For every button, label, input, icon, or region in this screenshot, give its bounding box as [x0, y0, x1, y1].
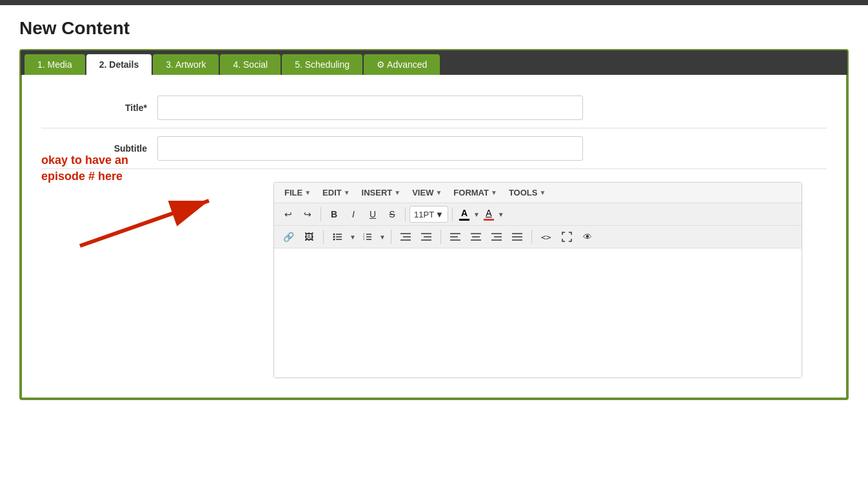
- tools-arrow-icon: ▼: [539, 189, 546, 196]
- tab-advanced[interactable]: ⚙ Advanced: [364, 54, 440, 75]
- toolbar-divider-7: [531, 230, 532, 244]
- svg-point-6: [333, 236, 335, 238]
- editor-label-spacer: [41, 176, 157, 378]
- editor-toolbar-2: 🔗 🖼 ▼ 123 ▼: [274, 226, 802, 248]
- svg-text:3: 3: [363, 237, 365, 241]
- unordered-list-button[interactable]: [329, 228, 347, 245]
- toolbar-divider-5: [391, 230, 391, 244]
- font-bg-color-arrow-icon[interactable]: ▼: [498, 211, 504, 218]
- outdent-button[interactable]: [397, 228, 415, 245]
- tabs-wrapper: 1. Media 2. Details 3. Artwork 4. Social…: [19, 49, 849, 400]
- page-container: New Content 1. Media 2. Details 3. Artwo…: [0, 5, 868, 413]
- editor-body[interactable]: [274, 248, 802, 378]
- align-left-button[interactable]: [446, 228, 464, 245]
- tab-social[interactable]: 4. Social: [220, 54, 281, 75]
- edit-arrow-icon: ▼: [344, 189, 350, 196]
- undo-button[interactable]: ↩: [279, 206, 297, 223]
- title-row: Title*: [41, 88, 827, 128]
- font-bg-color-indicator: [484, 219, 494, 221]
- strikethrough-button[interactable]: S: [383, 206, 401, 223]
- tab-media[interactable]: 1. Media: [25, 54, 85, 75]
- content-area: okay to have an episode # here Title*: [21, 75, 847, 399]
- menu-edit[interactable]: EDIT ▼: [317, 185, 355, 200]
- view-arrow-icon: ▼: [435, 189, 442, 196]
- justify-button[interactable]: [508, 228, 526, 245]
- preview-button[interactable]: 👁: [578, 228, 597, 245]
- indent-button[interactable]: [417, 228, 435, 245]
- toolbar-divider-2: [405, 207, 406, 221]
- subtitle-input[interactable]: [157, 136, 583, 161]
- redo-button[interactable]: ↪: [299, 206, 317, 223]
- link-button[interactable]: 🔗: [279, 228, 297, 245]
- annotation-text: okay to have an episode # here: [41, 152, 170, 185]
- menu-file[interactable]: FILE ▼: [279, 185, 316, 200]
- editor-row: FILE ▼ EDIT ▼ INSERT ▼ VIEW: [41, 176, 827, 378]
- source-code-button[interactable]: <>: [537, 228, 555, 245]
- menu-view[interactable]: VIEW ▼: [407, 185, 447, 200]
- editor-menubar: FILE ▼ EDIT ▼ INSERT ▼ VIEW: [274, 183, 802, 203]
- tabs-bar: 1. Media 2. Details 3. Artwork 4. Social…: [21, 50, 847, 75]
- fullscreen-button[interactable]: [558, 228, 576, 245]
- tab-artwork[interactable]: 3. Artwork: [153, 54, 219, 75]
- toolbar-divider-6: [440, 230, 441, 244]
- tab-details[interactable]: 2. Details: [86, 54, 152, 75]
- insert-arrow-icon: ▼: [394, 189, 400, 196]
- menu-format[interactable]: FORMAT ▼: [448, 185, 502, 200]
- bold-button[interactable]: B: [325, 206, 343, 223]
- top-bar: [0, 0, 868, 5]
- underline-button[interactable]: U: [364, 206, 382, 223]
- toolbar-divider-3: [452, 207, 453, 221]
- annotation-container: okay to have an episode # here: [41, 152, 170, 185]
- unordered-list-arrow-icon[interactable]: ▼: [350, 234, 356, 241]
- toolbar-divider-1: [321, 207, 321, 221]
- italic-button[interactable]: I: [344, 206, 362, 223]
- ordered-list-arrow-icon[interactable]: ▼: [379, 234, 386, 241]
- font-size-selector[interactable]: 11PT ▼: [409, 206, 448, 223]
- svg-point-7: [333, 239, 335, 241]
- align-center-button[interactable]: [467, 228, 485, 245]
- font-size-arrow-icon: ▼: [435, 210, 444, 219]
- editor-toolbar-1: ↩ ↪ B I U S 11PT ▼ A: [274, 203, 802, 226]
- file-arrow-icon: ▼: [304, 189, 311, 196]
- ordered-list-button[interactable]: 123: [359, 228, 377, 245]
- rich-text-editor[interactable]: FILE ▼ EDIT ▼ INSERT ▼ VIEW: [273, 182, 802, 378]
- format-arrow-icon: ▼: [491, 189, 497, 196]
- font-color-button[interactable]: A: [457, 207, 472, 222]
- tab-scheduling[interactable]: 5. Scheduling: [282, 54, 362, 75]
- toolbar-divider-4: [323, 230, 324, 244]
- image-button[interactable]: 🖼: [300, 228, 318, 245]
- align-right-button[interactable]: [488, 228, 506, 245]
- font-color-indicator: [459, 219, 469, 221]
- svg-point-5: [333, 234, 335, 236]
- menu-insert[interactable]: INSERT ▼: [357, 185, 406, 200]
- font-color-arrow-icon[interactable]: ▼: [473, 211, 480, 218]
- font-bg-color-button[interactable]: A: [481, 207, 497, 222]
- page-title: New Content: [19, 18, 849, 39]
- menu-tools[interactable]: TOOLS ▼: [504, 185, 551, 200]
- title-input[interactable]: [157, 96, 583, 120]
- title-label: Title*: [41, 103, 157, 113]
